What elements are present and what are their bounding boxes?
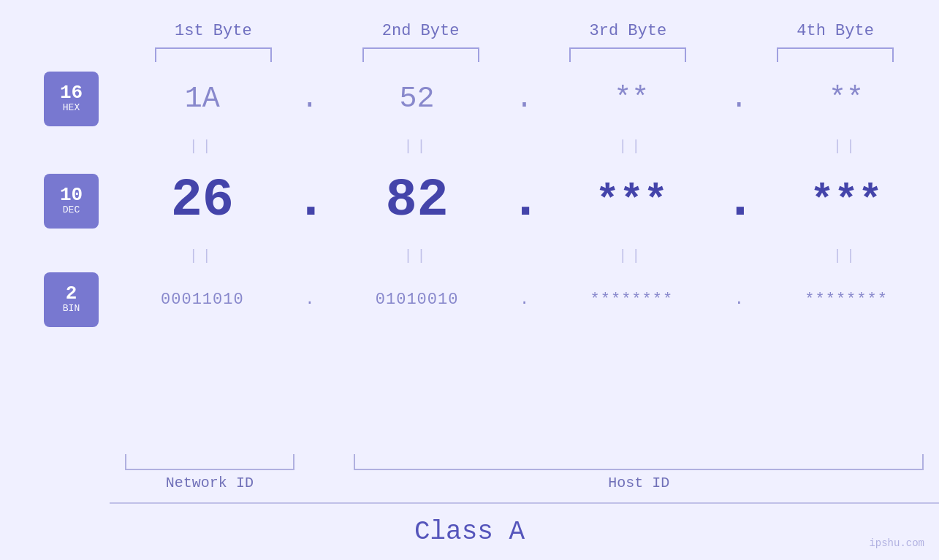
dec-b4: *** [753,178,939,224]
eq2-c4: || [753,248,939,264]
hex-b2: 52 [324,83,510,115]
dec-b3-value: *** [596,178,668,224]
network-bracket-line [125,454,295,470]
eq1-c3: || [539,138,725,155]
hex-b2-value: 52 [400,83,435,115]
bracket-cell-1 [110,47,317,62]
top-brackets [0,47,939,62]
bracket-top-4 [777,47,894,62]
eq1-c1: || [110,138,295,155]
hex-b1: 1A [110,83,295,115]
byte1-header: 1st Byte [110,15,317,47]
hex-b3-value: ** [614,83,649,115]
eq2-c3: || [539,248,725,264]
bracket-top-2 [362,47,479,62]
bin-row: 00011010 . 01010010 . ******** . [110,274,939,325]
eq1-c4: || [753,138,939,155]
bin-b3: ******** [539,291,725,309]
bin-badge: 2 BIN [44,272,99,327]
hex-b4-value: ** [829,83,864,115]
bin-b2-value: 01010010 [376,291,459,309]
bottom-brackets [110,454,939,470]
bin-badge-label: BIN [63,303,80,315]
bin-dot-2: . [510,291,539,309]
bin-dot-1: . [295,291,324,309]
bin-badge-num: 2 [66,284,77,303]
eq1-c2: || [324,138,510,155]
bracket-top-1 [155,47,272,62]
bottom-bracket-section: Network ID Host ID [0,454,939,491]
bin-badge-spacer: 2 BIN [44,274,99,325]
hex-badge-spacer: 16 HEX [44,69,99,128]
eq-row-2: || || || || [110,237,939,274]
bin-b4-value: ******** [805,291,888,309]
byte2-header: 2nd Byte [317,15,525,47]
hex-dot-3: . [724,83,753,115]
hex-row: 1A . 52 . ** . ** [110,69,939,128]
network-bracket-cell [110,454,310,470]
eq2-c2: || [324,248,510,264]
dec-b1: 26 [110,171,295,231]
byte-headers: 1st Byte 2nd Byte 3rd Byte 4th Byte [0,15,939,47]
dec-b2: 82 [324,171,510,231]
eq-row-1: || || || || [110,128,939,164]
dec-row: 26 . 82 . *** . *** [110,164,939,237]
class-label: Class A [0,504,939,560]
hex-dot-2: . [510,83,539,115]
hex-dot-1: . [295,83,324,115]
bin-b2: 01010010 [324,291,510,309]
dec-badge-spacer: 10 DEC [44,164,99,237]
hex-b1-value: 1A [185,83,220,115]
byte3-header: 3rd Byte [525,15,732,47]
host-bracket-line [354,454,924,470]
hex-badge-num: 16 [60,83,83,102]
byte4-header: 4th Byte [731,15,939,47]
host-id-label: Host ID [339,475,939,491]
id-labels: Network ID Host ID [110,475,939,491]
bin-b4: ******** [753,291,939,309]
dec-b1-value: 26 [171,171,234,231]
bin-b3-value: ******** [590,291,674,309]
dec-b4-value: *** [810,178,883,224]
dec-badge: 10 DEC [44,174,99,229]
data-section: 1A . 52 . ** . ** [110,69,939,454]
hex-b3: ** [539,83,725,115]
bracket-cell-4 [731,47,939,62]
dec-b2-value: 82 [385,171,448,231]
dec-b3: *** [539,178,725,224]
dec-badge-num: 10 [60,185,83,204]
bin-dot-3: . [724,291,753,309]
main-container: 1st Byte 2nd Byte 3rd Byte 4th Byte 16 H… [0,0,939,560]
bracket-cell-3 [525,47,732,62]
bracket-cell-2 [317,47,525,62]
dec-dot-3: . [724,171,753,231]
hex-badge-label: HEX [63,102,80,114]
network-id-label: Network ID [110,475,310,491]
bracket-top-3 [569,47,686,62]
host-bracket-cell [339,454,939,470]
dec-badge-label: DEC [63,204,80,216]
watermark: ipshu.com [869,537,924,549]
bin-b1-value: 00011010 [161,291,244,309]
dec-dot-2: . [510,171,539,231]
dec-dot-1: . [295,171,324,231]
badges-column: 16 HEX 10 DEC 2 BIN [0,69,110,454]
eq2-c1: || [110,248,295,264]
bin-b1: 00011010 [110,291,295,309]
hex-b4: ** [753,83,939,115]
hex-badge: 16 HEX [44,72,99,126]
